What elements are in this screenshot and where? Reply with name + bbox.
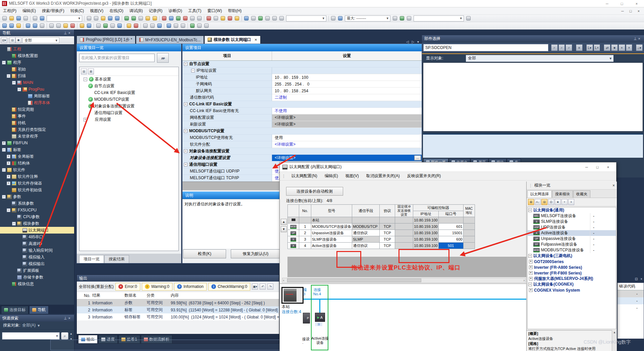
expander-icon[interactable] <box>12 222 16 225</box>
nav-item-label[interactable]: 标签 <box>0 146 74 153</box>
expander-icon[interactable] <box>184 163 187 166</box>
tab-modbus-fb[interactable]: M+FX5UCPU-EN_ModbusTc... <box>136 36 204 44</box>
menu-search[interactable]: 搜索/替换(F) <box>39 7 67 14</box>
close-icon[interactable]: × <box>612 183 615 188</box>
device-assignment-value[interactable]: <详细设置> <box>272 141 422 148</box>
zoom-in-icon[interactable] <box>264 15 271 21</box>
network-config-value[interactable]: <详细设置> <box>272 114 422 121</box>
group-ethernet-cognex[interactable]: 以太网设备(COGNEX) <box>528 282 616 287</box>
expander-icon[interactable] <box>184 102 187 106</box>
redo-icon[interactable] <box>114 15 120 21</box>
tab-navigation[interactable]: 导航 <box>29 306 49 314</box>
parts-result-list[interactable] <box>423 62 643 132</box>
nav-item-initial[interactable]: 初始 <box>0 66 74 72</box>
tab-favorites[interactable]: 收藏夹 <box>573 190 590 198</box>
paste-icon[interactable] <box>100 15 106 21</box>
ladder-f6-icon[interactable] <box>133 22 139 29</box>
horizontal-scrollbar[interactable]: ‹› <box>282 278 526 283</box>
nav-item-global-label[interactable]: 全局标签 <box>0 153 74 160</box>
window-split2-icon[interactable] <box>250 15 257 21</box>
dialog-title-bar[interactable]: 以太网配置 (内置以太网端口) ─ □ × <box>280 162 616 172</box>
warning-filter-button[interactable]: Warning:0 <box>142 283 172 291</box>
device-monitor-icon[interactable] <box>145 15 151 21</box>
group-display-icon[interactable]: ⊞ <box>528 199 534 205</box>
row-refresh-settings[interactable]: 刷新设置<详细设置> <box>182 121 422 128</box>
pin-icon[interactable]: ⊥ <box>64 31 68 35</box>
expander-icon[interactable] <box>2 61 6 64</box>
hw-config-icon[interactable] <box>15 22 22 29</box>
auto-detect-button[interactable]: 连接设备的自动检测 <box>286 187 343 196</box>
tab-search-result[interactable]: 搜索结果 <box>104 255 129 263</box>
nav-item-fb-fun[interactable]: FB/FUN <box>0 140 74 146</box>
dropdown-icon[interactable]: ▾ <box>55 334 59 338</box>
expander-icon[interactable] <box>7 208 10 212</box>
diagnostics-icon[interactable] <box>102 22 109 29</box>
settings-gear-icon[interactable]: ✱ <box>15 37 21 43</box>
nav-item-input-response[interactable]: 输入响应时间 <box>0 247 74 254</box>
check-ok-icon[interactable] <box>399 15 405 21</box>
nav-item-progpou[interactable]: ProgPou <box>0 86 74 93</box>
scroll-up-icon[interactable]: ▲ <box>70 332 72 335</box>
scrollbar-thumb[interactable] <box>287 279 421 282</box>
close-icon[interactable]: × <box>640 277 642 281</box>
close-button[interactable]: × <box>629 0 644 7</box>
nav-item-analog-input[interactable]: 模拟输入 <box>0 254 74 260</box>
dialog-minimize-button[interactable]: ─ <box>581 163 592 171</box>
find-next-icon[interactable]: ⌕ <box>551 44 558 51</box>
nav-item-standby[interactable]: 待机 <box>0 119 74 126</box>
active-port-cell[interactable]: 501 <box>438 243 463 249</box>
menu-record[interactable]: 记录(R) <box>146 7 166 14</box>
search-binoculars-button[interactable]: ⌕⌕ <box>157 53 169 63</box>
nav-item-fixed-cycle[interactable]: 恒定周期 <box>0 106 74 113</box>
collapse-all-icon[interactable]: ⊟ <box>81 68 87 74</box>
slmp-device-image[interactable]: P <box>303 313 310 323</box>
home-display-icon[interactable]: ⌂▾ <box>636 44 643 51</box>
row-up-button[interactable]: ▲ <box>281 219 287 225</box>
device-row-host[interactable]: 本站 10.80.159.100 <box>288 217 475 223</box>
module-item-melsoft[interactable]: MELMELSOFT连接设备- <box>528 213 616 219</box>
pointer-icon[interactable] <box>465 15 472 21</box>
swap-icon[interactable]: ⇄ <box>604 44 610 51</box>
program-editor-icon[interactable] <box>32 22 38 29</box>
row-subnet-mask[interactable]: 子网掩码255 . 255 . 254 . 0 <box>182 81 422 88</box>
expander-icon[interactable] <box>2 195 6 199</box>
expander-icon[interactable] <box>2 148 6 152</box>
output-row[interactable]: 1Information步数可用空间99.59[%] (63738 [Step]… <box>77 299 279 306</box>
comment-display-icon[interactable] <box>330 15 336 21</box>
mdi-restore-button[interactable]: □ <box>627 9 635 13</box>
prev-result-icon[interactable]: ↶ <box>260 284 266 290</box>
next-result-icon[interactable]: ↷ <box>267 284 273 290</box>
expander-icon[interactable] <box>529 265 533 269</box>
clear-output-icon[interactable]: ▣▾ <box>252 284 258 290</box>
nav-item-event[interactable]: 事件 <box>0 113 74 119</box>
expander-icon[interactable] <box>184 62 187 66</box>
grid-icon[interactable] <box>406 15 412 21</box>
expander-icon[interactable] <box>184 129 187 133</box>
undo-history-icon[interactable] <box>32 15 38 21</box>
nav-item-structure[interactable]: 结构体 <box>0 160 74 166</box>
device-row-unpassive[interactable]: UP 2 Unpassive连接设备 通信协议 TCP 10.80.159.10… <box>288 230 475 236</box>
nav-item-project[interactable]: 工程 <box>0 46 74 52</box>
dialog-menu-cancel-close[interactable]: 取消设置并关闭(A) <box>363 172 404 180</box>
note-edit-icon[interactable] <box>180 22 186 29</box>
row-ip-address[interactable]: IP地址10 . 80 . 159 . 100 <box>182 74 422 81</box>
check-button[interactable]: 检查(K) <box>183 249 226 258</box>
ladder-f9-icon[interactable] <box>156 22 163 29</box>
expander-icon[interactable] <box>191 69 195 72</box>
nav-item-highspeed-io[interactable]: 高速I/O <box>0 240 74 247</box>
expander-icon[interactable] <box>529 288 533 292</box>
output-row[interactable]: 2Information标签可用空间93.91[%] (11540 [Word]… <box>77 306 279 313</box>
window-split-icon[interactable] <box>243 15 250 21</box>
close-icon[interactable]: × <box>68 31 72 35</box>
device-write-icon[interactable] <box>130 15 137 21</box>
menu-project[interactable]: 工程(P) <box>0 7 19 14</box>
print-icon[interactable] <box>22 15 29 21</box>
row-cclink-use[interactable]: CC-Link IEF Basic使用有无不使用 <box>182 108 422 114</box>
nav-item-local-label[interactable]: 局部标签 <box>0 93 74 99</box>
module-item-got2000[interactable]: GOT2000Series <box>528 259 616 264</box>
display-target-combo[interactable]: 全部▾ <box>466 55 613 62</box>
device-read-icon[interactable] <box>123 15 130 21</box>
undo-icon[interactable] <box>107 15 113 21</box>
nav-item-program-body[interactable]: 程序本体 <box>0 99 74 106</box>
remove-favorite-icon[interactable]: × <box>568 199 574 205</box>
